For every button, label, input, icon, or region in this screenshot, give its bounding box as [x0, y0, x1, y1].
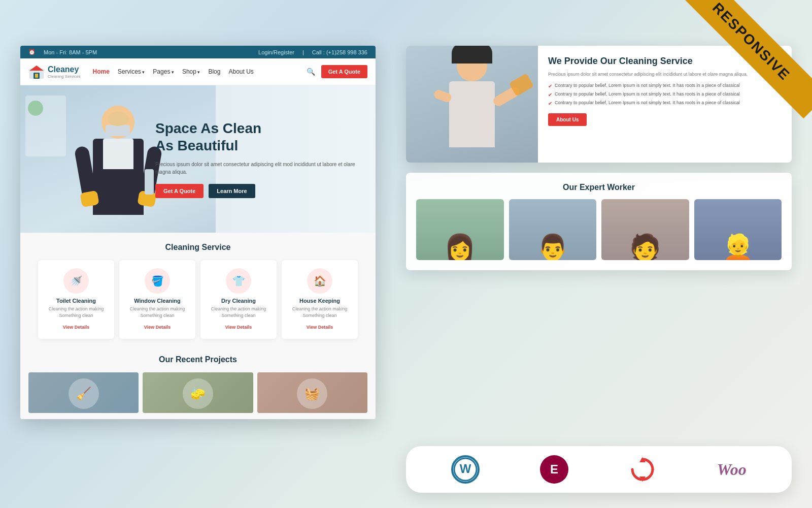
workers-title: Our Expert Worker	[416, 183, 782, 192]
house-icon: 🏠	[307, 268, 332, 294]
elementor-logo: E	[540, 455, 568, 484]
service-card-toilet: 🚿 Toilet Cleaning Cleaning the action ma…	[38, 260, 114, 339]
services-section: Cleaning Service 🚿 Toilet Cleaning Clean…	[20, 233, 376, 347]
wordpress-logo: W	[451, 455, 480, 484]
nav-shop[interactable]: Shop	[182, 68, 200, 75]
worker-card-2: 👨	[509, 199, 597, 260]
service-toilet-name: Toilet Cleaning	[44, 298, 108, 304]
nav-pages[interactable]: Pages	[153, 68, 174, 75]
responsive-label: RESPONSIVE	[709, 0, 793, 83]
logo-icon	[28, 64, 45, 80]
service-dry-link[interactable]: View Details	[225, 325, 252, 330]
workers-panel: Our Expert Worker 👩 👨 🧑	[406, 173, 792, 270]
service-window-name: Window Cleaning	[125, 298, 189, 304]
service-toilet-link[interactable]: View Details	[63, 325, 89, 330]
hero-description: Precious ipsum dolor sit amet consectetu…	[155, 161, 365, 176]
topbar-left: ⏰ Mon - Fri: 8AM - 5PM	[28, 49, 97, 55]
nav-cta-button[interactable]: Get A Quote	[321, 65, 367, 78]
left-section: ⏰ Mon - Fri: 8AM - 5PM Login/Register | …	[0, 0, 386, 508]
service-dry-desc: Cleaning the action making Something cle…	[207, 306, 270, 319]
rev-svg	[628, 455, 657, 484]
projects-title: Our Recent Projects	[28, 355, 367, 364]
clock-icon: ⏰	[28, 49, 36, 55]
woocommerce-icon: Woo	[717, 460, 747, 479]
about-image	[406, 46, 538, 163]
project-thumb-2: 🧽	[143, 372, 253, 413]
svg-text:W: W	[460, 462, 471, 475]
toilet-icon: 🚿	[63, 268, 89, 294]
check-icon-1: ✔	[548, 83, 552, 89]
hero-buttons: Get A Quote Learn More	[155, 184, 365, 198]
nav-links: Home Services Pages Shop Blog About Us	[92, 68, 306, 75]
topbar: ⏰ Mon - Fri: 8AM - 5PM Login/Register | …	[20, 46, 376, 58]
hero-content: Space As Clean As Beautiful Precious ips…	[155, 120, 376, 198]
topbar-call: Call : (+1)258 998 336	[312, 49, 367, 55]
hero-learn-more-button[interactable]: Learn More	[209, 184, 255, 198]
hero-get-quote-button[interactable]: Get A Quote	[155, 184, 204, 198]
nav-services[interactable]: Services	[118, 68, 145, 75]
nav-logo-text: Cleaney Cleaning Services	[48, 65, 80, 79]
service-house-link[interactable]: View Details	[307, 325, 333, 330]
projects-grid: 🧹 🧽 🧺	[28, 372, 367, 413]
worker-card-4: 👱	[694, 199, 782, 260]
service-dry-name: Dry Cleaning	[207, 298, 270, 304]
nav-blog[interactable]: Blog	[208, 68, 220, 75]
wordpress-icon: W	[451, 455, 480, 484]
services-grid: 🚿 Toilet Cleaning Cleaning the action ma…	[28, 260, 367, 339]
nav-logo-sub: Cleaning Services	[48, 74, 80, 79]
check-icon-2: ✔	[548, 92, 552, 98]
woocommerce-logo: Woo	[717, 460, 747, 479]
website-mockup: ⏰ Mon - Fri: 8AM - 5PM Login/Register | …	[20, 46, 376, 419]
projects-section: Our Recent Projects 🧹 🧽 🧺	[20, 347, 376, 419]
wp-svg: W	[453, 457, 478, 482]
topbar-login[interactable]: Login/Register	[258, 49, 294, 55]
nav-logo: Cleaney Cleaning Services	[28, 64, 80, 80]
service-window-link[interactable]: View Details	[144, 325, 171, 330]
tech-panel: W E	[406, 446, 792, 493]
el-svg: E	[542, 457, 566, 482]
nav-home[interactable]: Home	[92, 68, 109, 75]
service-card-window: 🪣 Window Cleaning Cleaning the action ma…	[119, 260, 195, 339]
worker-card-3: 🧑	[601, 199, 689, 260]
nav-about[interactable]: About Us	[228, 68, 253, 75]
service-toilet-desc: Cleaning the action making Something cle…	[44, 306, 108, 319]
about-us-button[interactable]: About Us	[548, 113, 587, 126]
hero-title: Space As Clean As Beautiful	[155, 120, 365, 154]
nav-logo-title: Cleaney	[48, 65, 80, 74]
service-house-name: House Keeping	[288, 298, 352, 304]
service-card-dry: 👕 Dry Cleaning Cleaning the action makin…	[200, 260, 277, 339]
hero-section: Space As Clean As Beautiful Precious ips…	[20, 85, 376, 233]
topbar-separator: |	[302, 49, 304, 55]
check-icon-3: ✔	[548, 101, 552, 106]
responsive-banner: RESPONSIVE	[650, 0, 812, 163]
project-thumb-1: 🧹	[28, 372, 139, 413]
service-house-desc: Cleaning the action making Something cle…	[288, 306, 352, 319]
worker-card-1: 👩	[416, 199, 504, 260]
navigation: Cleaney Cleaning Services Home Services …	[20, 58, 376, 85]
search-icon[interactable]: 🔍	[307, 68, 315, 76]
dry-cleaning-icon: 👕	[226, 268, 251, 294]
revolution-icon	[628, 455, 657, 484]
responsive-banner-inner: RESPONSIVE	[674, 0, 812, 118]
revolution-logo	[628, 455, 657, 484]
elementor-icon: E	[540, 455, 568, 484]
window-icon: 🪣	[145, 268, 170, 294]
topbar-hours: Mon - Fri: 8AM - 5PM	[44, 49, 97, 55]
project-thumb-3: 🧺	[257, 372, 367, 413]
svg-rect-2	[35, 74, 38, 78]
service-window-desc: Cleaning the action making Something cle…	[125, 306, 189, 319]
services-title: Cleaning Service	[28, 243, 367, 252]
topbar-right: Login/Register | Call : (+1)258 998 336	[258, 49, 367, 55]
service-card-house: 🏠 House Keeping Cleaning the action maki…	[282, 260, 358, 339]
svg-text:E: E	[550, 462, 558, 476]
workers-grid: 👩 👨 🧑 👱	[416, 199, 782, 260]
